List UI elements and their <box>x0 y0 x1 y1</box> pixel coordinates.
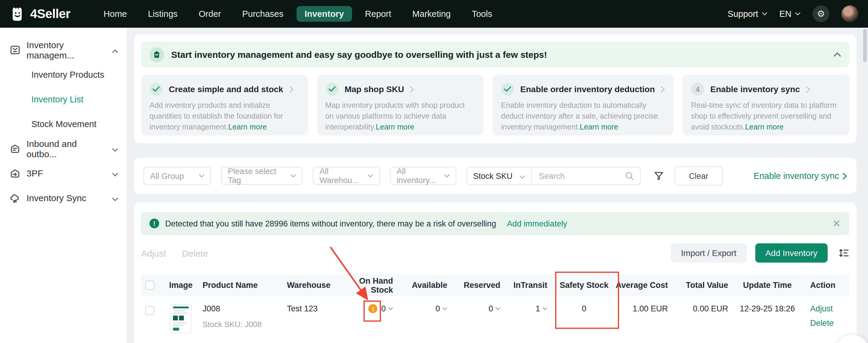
sidebar-item-inbound-outbound[interactable]: Inbound and outbo... <box>0 136 127 161</box>
chevron-down-icon[interactable] <box>495 307 500 310</box>
sync-cloud-icon <box>10 193 21 203</box>
filter-bar: All Group Please select Tag All Warehou.… <box>134 158 857 194</box>
chevron-down-icon[interactable] <box>442 307 447 310</box>
learn-more-link[interactable]: Learn more <box>580 123 618 131</box>
sidebar-item-label: Inbound and outbo... <box>27 138 106 159</box>
learn-more-link[interactable]: Learn more <box>228 123 267 131</box>
add-inventory-button[interactable]: Add Inventory <box>755 243 828 263</box>
column-settings-icon[interactable] <box>838 248 849 258</box>
sidebar-item-inventory-products[interactable]: Inventory Products <box>0 62 127 87</box>
row-adjust-link[interactable]: Adjust <box>810 304 833 313</box>
nav-item-tools[interactable]: Tools <box>464 6 500 22</box>
enable-inventory-sync-link[interactable]: Enable inventory sync <box>753 171 847 181</box>
header-update-time: Update Time <box>732 281 803 290</box>
filter-funnel-icon[interactable] <box>653 170 664 181</box>
search-combo: Stock SKU <box>467 167 641 185</box>
onboarding-title: Start inventory management and easy say … <box>171 49 547 60</box>
language-dropdown[interactable]: EN <box>779 9 801 19</box>
step-card-map-sku[interactable]: Map shop SKU Map inventory products with… <box>317 75 484 136</box>
step-card-create-stock[interactable]: Create simple and add stock Add inventor… <box>141 75 308 136</box>
search-icon <box>625 171 634 180</box>
import-export-button[interactable]: Import / Export <box>671 243 747 263</box>
sidebar-item-3pf[interactable]: 3PF <box>0 161 127 185</box>
chevron-down-icon[interactable] <box>542 307 547 310</box>
user-avatar[interactable] <box>841 5 858 22</box>
header-warehouse: Warehouse <box>287 281 350 290</box>
nav-item-purchases[interactable]: Purchases <box>234 6 291 22</box>
add-immediately-link[interactable]: Add immediately <box>507 219 567 228</box>
nav-item-inventory[interactable]: Inventory <box>297 6 352 22</box>
header-reserved: Reserved <box>456 281 509 290</box>
learn-more-link[interactable]: Learn more <box>376 123 414 131</box>
warehouse-select[interactable]: All Warehou... <box>313 167 380 185</box>
header-average-cost: Average Cost <box>613 281 674 290</box>
warehouse-arrow-icon <box>10 168 21 179</box>
sidebar-item-inventory-list[interactable]: Inventory List <box>0 87 127 111</box>
nav-item-home[interactable]: Home <box>96 6 135 22</box>
product-image[interactable] <box>170 304 192 333</box>
header-product-name: Product Name <box>203 281 287 290</box>
language-label: EN <box>779 9 792 19</box>
table-header-row: Image Product Name Warehouse On Hand Sto… <box>141 274 849 296</box>
header-image: Image <box>159 281 203 290</box>
step-number-badge: 4 <box>691 82 704 96</box>
support-label: Support <box>727 9 758 19</box>
nav-item-marketing[interactable]: Marketing <box>404 6 458 22</box>
step-title: Create simple and add stock <box>169 84 283 94</box>
chevron-right-icon <box>843 173 847 179</box>
brand-logo[interactable]: 4Seller <box>10 5 70 22</box>
chevron-down-icon <box>195 174 204 178</box>
inbound-outbound-icon <box>10 143 21 154</box>
header-action: Action <box>803 281 849 290</box>
nav-item-listings[interactable]: Listings <box>140 6 185 22</box>
intransit-value: 1 <box>535 304 540 313</box>
close-icon[interactable]: ✕ <box>832 218 841 229</box>
safety-stock-value: 0 <box>556 304 613 313</box>
inventory-badge-icon <box>150 47 164 62</box>
inventory-filter-select[interactable]: All inventory... <box>390 167 456 185</box>
chevron-down-icon <box>364 174 373 178</box>
clear-button[interactable]: Clear <box>675 166 723 185</box>
settings-button[interactable]: ⚙ <box>812 5 830 22</box>
step-title: Enable inventory sync <box>710 84 800 94</box>
group-select-value: All Group <box>150 171 184 180</box>
chevron-right-icon <box>661 86 665 93</box>
nav-item-order[interactable]: Order <box>191 6 229 22</box>
search-type-select[interactable]: Stock SKU <box>467 167 531 184</box>
chevron-right-icon <box>806 86 810 93</box>
chevron-up-icon <box>834 53 841 57</box>
step-card-inventory-sync[interactable]: 4 Enable inventory sync Real-time sync o… <box>683 75 849 136</box>
step-card-order-deduction[interactable]: Enable order inventory deduction Enable … <box>493 75 674 136</box>
inventory-filter-value: All inventory... <box>397 167 441 185</box>
group-select[interactable]: All Group <box>144 167 211 185</box>
sidebar-item-inventory-sync[interactable]: Inventory Sync <box>0 185 127 210</box>
check-icon <box>504 86 511 92</box>
collapse-panel-button[interactable] <box>834 53 841 57</box>
row-checkbox[interactable] <box>145 306 154 315</box>
tag-select[interactable]: Please select Tag <box>221 167 303 185</box>
nav-item-report[interactable]: Report <box>357 6 399 22</box>
enable-sync-label: Enable inventory sync <box>753 171 839 181</box>
onboarding-panel: Start inventory management and easy say … <box>134 34 857 143</box>
chevron-right-icon <box>289 86 293 93</box>
update-time-value: 12-29-25 18:26 <box>732 304 803 313</box>
row-delete-link[interactable]: Delete <box>810 319 834 328</box>
header-intransit: InTransit <box>509 281 556 290</box>
chevron-down-icon <box>520 171 525 180</box>
step-done-badge <box>325 82 338 96</box>
support-dropdown[interactable]: Support <box>727 9 767 19</box>
search-input[interactable] <box>538 171 621 181</box>
learn-more-link[interactable]: Learn more <box>745 123 784 131</box>
gear-icon: ⚙ <box>817 8 825 19</box>
warning-icon[interactable]: ! <box>369 304 378 313</box>
bulk-delete-button[interactable]: Delete <box>182 248 208 258</box>
chevron-down-icon <box>112 193 118 203</box>
bulk-adjust-button[interactable]: Adjust <box>141 248 166 258</box>
select-all-checkbox[interactable] <box>145 281 154 290</box>
top-navbar: 4Seller Home Listings Order Purchases In… <box>0 0 868 28</box>
sidebar-item-inventory-management[interactable]: Inventory managem... <box>0 37 127 62</box>
vertical-scrollbar[interactable] <box>863 29 867 62</box>
sidebar-item-stock-movement[interactable]: Stock Movement <box>0 111 127 136</box>
chevron-down-icon[interactable] <box>388 307 393 310</box>
chevron-down-icon <box>795 12 801 16</box>
